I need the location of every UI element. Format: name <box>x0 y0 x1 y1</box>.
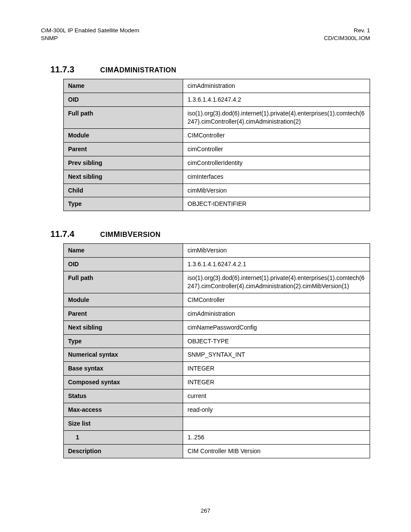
title-part: ERSION <box>133 231 160 238</box>
field-value: OBJECT-IDENTIFIER <box>183 197 370 211</box>
table-row: ModuleCIMController <box>64 129 370 143</box>
table-row: NamecimMibVersion <box>64 244 370 258</box>
section-title-1: CIMMIBVERSION <box>100 230 161 239</box>
table-row: OID1.3.6.1.4.1.6247.4.2.1 <box>64 258 370 271</box>
page-number: 267 <box>0 507 411 514</box>
table-row: DescriptionCIM Controller MIB Version <box>64 444 370 458</box>
field-name: Next sibling <box>64 170 183 184</box>
field-value: read-only <box>183 403 370 417</box>
field-value: 1.3.6.1.4.1.6247.4.2 <box>183 93 370 107</box>
field-name: Parent <box>64 142 183 156</box>
field-value: CIMController <box>183 293 370 307</box>
table-row: ParentcimController <box>64 142 370 156</box>
field-value: 1..256 <box>183 430 370 444</box>
section-number-1: 11.7.4 <box>50 229 75 239</box>
field-value: cimMibVersion <box>183 244 370 258</box>
field-value: cimNamePasswordConfig <box>183 320 370 334</box>
table-row: Next siblingcimNamePasswordConfig <box>64 320 370 334</box>
table-row: Statuscurrent <box>64 389 370 403</box>
field-name: OID <box>64 93 183 107</box>
mib-table-1: NamecimMibVersionOID1.3.6.1.4.1.6247.4.2… <box>63 243 370 458</box>
field-value: iso(1).org(3).dod(6).internet(1).private… <box>183 107 370 129</box>
table-row: Max-accessread-only <box>64 403 370 417</box>
table-row: Base syntaxINTEGER <box>64 362 370 376</box>
field-value: CIM Controller MIB Version <box>183 444 370 458</box>
field-value: cimInterfaces <box>183 170 370 184</box>
table-row: Full pathiso(1).org(3).dod(6).internet(1… <box>64 107 370 129</box>
title-part: CIM <box>100 231 114 238</box>
field-name: Size list <box>64 417 183 430</box>
field-name: Description <box>64 444 183 458</box>
field-name: Type <box>64 334 183 348</box>
header-left: CiM-300L IP Enabled Satellite Modem SNMP <box>41 27 139 42</box>
field-name: Prev sibling <box>64 156 183 170</box>
header-product: CiM-300L IP Enabled Satellite Modem <box>41 27 139 34</box>
field-value: INTEGER <box>183 376 370 389</box>
table-row: ChildcimMibVersion <box>64 184 370 197</box>
header-right: Rev. 1 CD/CIM300L.IOM <box>324 27 370 42</box>
section-heading-1: 11.7.4 CIMMIBVERSION <box>50 229 370 239</box>
header-section: SNMP <box>41 34 139 42</box>
field-name: Name <box>64 79 183 93</box>
field-value <box>183 417 370 430</box>
field-name: Parent <box>64 307 183 320</box>
table-row: NamecimAdministration <box>64 79 370 93</box>
field-name: Full path <box>64 271 183 293</box>
table-row: Numerical syntaxSNMP_SYNTAX_INT <box>64 348 370 362</box>
field-value: OBJECT-TYPE <box>183 334 370 348</box>
header-revision: Rev. 1 <box>324 27 370 34</box>
field-value: cimControllerIdentity <box>183 156 370 170</box>
table-row: OID1.3.6.1.4.1.6247.4.2 <box>64 93 370 107</box>
table-row: Size list <box>64 417 370 430</box>
title-part: DMINISTRATION <box>119 66 176 74</box>
field-name: 1 <box>64 430 183 444</box>
field-value: INTEGER <box>183 362 370 376</box>
field-value: cimAdministration <box>183 307 370 320</box>
field-name: Module <box>64 129 183 143</box>
field-value: cimMibVersion <box>183 184 370 197</box>
field-name: Numerical syntax <box>64 348 183 362</box>
field-name: Next sibling <box>64 320 183 334</box>
field-name: Module <box>64 293 183 307</box>
mib-table-0: NamecimAdministrationOID1.3.6.1.4.1.6247… <box>63 79 370 211</box>
field-value: 1.3.6.1.4.1.6247.4.2.1 <box>183 258 370 271</box>
document-page: CiM-300L IP Enabled Satellite Modem SNMP… <box>0 0 411 532</box>
table-row: ParentcimAdministration <box>64 307 370 320</box>
field-value: cimController <box>183 142 370 156</box>
field-value: cimAdministration <box>183 79 370 93</box>
page-header: CiM-300L IP Enabled Satellite Modem SNMP… <box>41 27 370 42</box>
field-name: Composed syntax <box>64 376 183 389</box>
section-heading-0: 11.7.3 CIMADMINISTRATION <box>50 65 370 75</box>
table-row: TypeOBJECT-TYPE <box>64 334 370 348</box>
field-name: Base syntax <box>64 362 183 376</box>
table-row: Composed syntaxINTEGER <box>64 376 370 389</box>
section-number-0: 11.7.3 <box>50 65 75 75</box>
table-row: 11..256 <box>64 430 370 444</box>
table-row: ModuleCIMController <box>64 293 370 307</box>
table-row: Full pathiso(1).org(3).dod(6).internet(1… <box>64 271 370 293</box>
title-part: V <box>128 230 133 239</box>
table-row: Prev siblingcimControllerIdentity <box>64 156 370 170</box>
title-part: A <box>113 65 119 74</box>
field-value: CIMController <box>183 129 370 143</box>
title-part: IB <box>120 231 128 238</box>
field-name: OID <box>64 258 183 271</box>
header-docid: CD/CIM300L.IOM <box>324 34 370 42</box>
field-value: SNMP_SYNTAX_INT <box>183 348 370 362</box>
title-part: M <box>113 230 120 239</box>
field-name: Child <box>64 184 183 197</box>
field-name: Status <box>64 389 183 403</box>
title-part: CIM <box>100 66 114 74</box>
section-title-0: CIMADMINISTRATION <box>100 65 177 75</box>
field-value: iso(1).org(3).dod(6).internet(1).private… <box>183 271 370 293</box>
field-name: Full path <box>64 107 183 129</box>
field-name: Name <box>64 244 183 258</box>
table-row: TypeOBJECT-IDENTIFIER <box>64 197 370 211</box>
field-name: Type <box>64 197 183 211</box>
field-name: Max-access <box>64 403 183 417</box>
field-value: current <box>183 389 370 403</box>
table-row: Next siblingcimInterfaces <box>64 170 370 184</box>
